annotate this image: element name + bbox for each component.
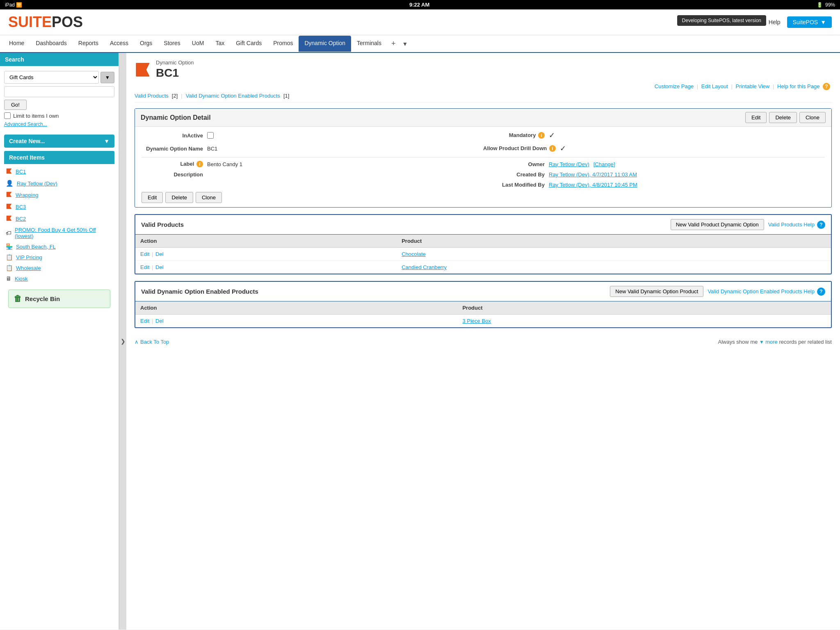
nav-orgs[interactable]: Orgs <box>134 36 158 52</box>
create-new-button[interactable]: Create New... ▼ <box>4 135 114 148</box>
list-item[interactable]: 📋 Wholesale <box>4 262 114 273</box>
search-type-btn[interactable]: ▼ <box>100 72 114 83</box>
recycle-bin[interactable]: 🗑 Recycle Bin <box>8 290 110 308</box>
list-item[interactable]: BC3 <box>4 201 114 213</box>
delete-button[interactable]: Delete <box>769 112 797 123</box>
list-item[interactable]: 📋 VIP Pricing <box>4 252 114 262</box>
nav-stores[interactable]: Stores <box>158 36 186 52</box>
list-item[interactable]: Wrapping <box>4 189 114 201</box>
search-header[interactable]: Search <box>0 53 119 66</box>
new-valid-dynamic-option-product-button[interactable]: New Valid Dynamic Option Product <box>610 286 703 297</box>
valid-dynamic-option-help-link[interactable]: Valid Dynamic Option Enabled Products He… <box>708 288 815 294</box>
help-question-icon[interactable]: ? <box>823 83 830 90</box>
nav-promos[interactable]: Promos <box>267 36 299 52</box>
nav-dashboards[interactable]: Dashboards <box>30 36 73 52</box>
nav-uom[interactable]: UoM <box>186 36 210 52</box>
product-link[interactable]: Chocolate <box>402 251 426 257</box>
list-item[interactable]: 🖥 Kiosk <box>4 273 114 284</box>
sidebar-collapse-handle[interactable]: ❯ <box>119 53 126 630</box>
page-header: Dynamic Option BC1 <box>135 59 832 80</box>
list-item[interactable]: 👤 Ray Tetlow (Dev) <box>4 178 114 189</box>
last-modified-value[interactable]: Ray Tetlow (Dev), 4/8/2017 10:45 PM <box>549 182 637 188</box>
del-link[interactable]: Del <box>155 318 164 324</box>
back-to-top[interactable]: ∧ Back To Top <box>135 339 169 345</box>
recent-item-link[interactable]: Kiosk <box>15 276 28 282</box>
label-info-icon[interactable]: i <box>196 161 203 167</box>
edit-button-bottom[interactable]: Edit <box>142 192 163 203</box>
limit-to-own-checkbox[interactable] <box>4 112 11 119</box>
recent-item-link[interactable]: Wrapping <box>16 192 38 198</box>
customize-page-link[interactable]: Customize Page <box>655 83 694 89</box>
product-link[interactable]: Candied Cranberry <box>402 264 447 270</box>
recent-item-link[interactable]: Ray Tetlow (Dev) <box>17 180 57 187</box>
suitepos-button[interactable]: SuitePOS ▼ <box>787 16 832 28</box>
recent-item-link[interactable]: South Beach, FL <box>16 244 56 250</box>
edit-link[interactable]: Edit <box>140 264 149 270</box>
mandatory-label: Mandatory i <box>483 132 545 139</box>
valid-products-help-btn[interactable]: ? <box>817 221 825 229</box>
del-link[interactable]: Del <box>155 264 164 270</box>
form-col-description: Description <box>142 171 483 178</box>
flag-icon <box>6 215 12 223</box>
del-link[interactable]: Del <box>155 251 164 257</box>
nav-terminals[interactable]: Terminals <box>351 36 387 52</box>
recent-item-link[interactable]: PROMO: Food Buy 4 Get 50% Off (lowest) <box>15 227 113 239</box>
main-nav: Home Dashboards Reports Access Orgs Stor… <box>0 35 840 53</box>
inactive-checkbox[interactable] <box>207 132 214 139</box>
new-valid-product-button[interactable]: New Valid Product Dynamic Option <box>671 219 764 230</box>
valid-products-table: Action Product Edit | Del Chocolate <box>135 235 831 274</box>
search-input[interactable] <box>4 86 114 97</box>
pricing-icon: 📋 <box>6 254 13 260</box>
search-type-select[interactable]: Gift Cards Dynamic Option Products Promo… <box>4 71 99 84</box>
valid-products-link[interactable]: Valid Products <box>135 93 169 99</box>
valid-dynamic-option-help-btn[interactable]: ? <box>817 288 825 296</box>
tri-down-icon: ▼ <box>759 339 765 345</box>
help-page-link[interactable]: Help for this Page <box>777 83 819 89</box>
list-item[interactable]: 🏷 PROMO: Food Buy 4 Get 50% Off (lowest) <box>4 225 114 241</box>
valid-products-help-link[interactable]: Valid Products Help <box>768 221 815 228</box>
links-bar: Valid Products [2] | Valid Dynamic Optio… <box>135 93 832 103</box>
recent-item-link[interactable]: BC2 <box>16 216 26 222</box>
drill-down-info-icon[interactable]: i <box>549 145 556 152</box>
created-by-value[interactable]: Ray Tetlow (Dev), 4/7/2017 11:03 AM <box>549 171 637 178</box>
action-col-header: Action <box>135 235 397 248</box>
list-item[interactable]: BC1 <box>4 166 114 178</box>
owner-change-link[interactable]: [Change] <box>593 161 615 167</box>
footer-more: Always show me ▼ more records per relate… <box>718 339 832 345</box>
recent-item-link[interactable]: BC1 <box>16 169 26 175</box>
nav-tax[interactable]: Tax <box>210 36 230 52</box>
advanced-search-link[interactable]: Advanced Search... <box>4 121 47 127</box>
delete-button-bottom[interactable]: Delete <box>165 192 193 203</box>
owner-value[interactable]: Ray Tetlow (Dev) <box>549 161 589 167</box>
nav-home[interactable]: Home <box>3 36 30 52</box>
nav-dynamic-option[interactable]: Dynamic Option <box>299 36 351 52</box>
list-item[interactable]: 🏪 South Beach, FL <box>4 241 114 252</box>
edit-button[interactable]: Edit <box>745 112 767 123</box>
recent-item-link[interactable]: BC3 <box>16 204 26 210</box>
edit-link[interactable]: Edit <box>140 318 149 324</box>
clone-button-bottom[interactable]: Clone <box>196 192 222 203</box>
nav-add[interactable]: + <box>387 35 400 52</box>
nav-more-dropdown[interactable]: ▼ <box>399 37 410 51</box>
mandatory-value: ✓ <box>549 131 555 140</box>
mandatory-info-icon[interactable]: i <box>538 132 545 139</box>
printable-view-link[interactable]: Printable View <box>736 83 770 89</box>
nav-access[interactable]: Access <box>104 36 134 52</box>
search-go-button[interactable]: Go! <box>4 100 27 110</box>
more-link[interactable]: more <box>765 339 778 345</box>
form-col-drill-down: Allow Product Drill Down i ✓ <box>483 144 825 153</box>
nav-gift-cards[interactable]: Gift Cards <box>230 36 267 52</box>
edit-link[interactable]: Edit <box>140 251 149 257</box>
app-btn-dropdown-icon: ▼ <box>820 19 826 25</box>
help-link[interactable]: Help <box>769 19 781 25</box>
edit-layout-link[interactable]: Edit Layout <box>701 83 728 89</box>
valid-dynamic-option-enabled-products-link[interactable]: Valid Dynamic Option Enabled Products <box>186 93 280 99</box>
dev-tooltip: Developing SuitePOS, latest version <box>677 15 766 26</box>
product-link[interactable]: 3 Piece Box <box>462 318 491 324</box>
clone-button[interactable]: Clone <box>799 112 826 123</box>
list-item[interactable]: BC2 <box>4 213 114 225</box>
nav-reports[interactable]: Reports <box>73 36 104 52</box>
recent-item-link[interactable]: Wholesale <box>16 265 41 271</box>
recent-item-link[interactable]: VIP Pricing <box>16 254 42 260</box>
dynamic-option-name-label: Dynamic Option Name <box>142 146 203 152</box>
